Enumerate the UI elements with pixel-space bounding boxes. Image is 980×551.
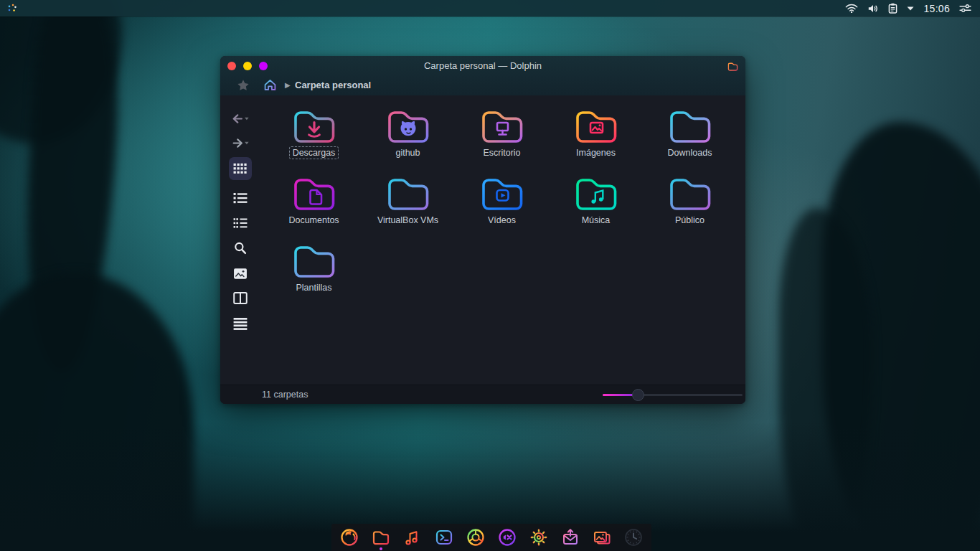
zoom-slider[interactable]: [603, 385, 743, 404]
chromium-browser-icon: [466, 527, 486, 547]
folder-icon: [291, 173, 338, 215]
terminal-icon: [434, 527, 454, 547]
folder-github[interactable]: github: [361, 105, 455, 173]
global-menubar: 15:06: [0, 0, 980, 17]
dock-file-manager[interactable]: [371, 527, 391, 547]
window-titlebar[interactable]: Carpeta personal — Dolphin: [220, 56, 745, 75]
folder-label: Vídeos: [485, 215, 519, 226]
sidebar-compact-view-button[interactable]: [228, 212, 253, 234]
tray-caret-down[interactable]: [907, 3, 914, 14]
folder-label: Descargas: [290, 147, 339, 159]
system-tray: 15:06: [845, 3, 974, 14]
tool-sidebar: [220, 95, 260, 385]
dock-speaker-mute-app[interactable]: [497, 527, 517, 547]
sidebar-split-view-button[interactable]: [228, 287, 253, 309]
tray-clipboard[interactable]: [888, 3, 897, 14]
sidebar-preview-button[interactable]: [228, 263, 253, 284]
dock-clock[interactable]: [623, 527, 644, 547]
folder-virtualbox-vms[interactable]: VirtualBox VMs: [361, 173, 455, 240]
firefox-icon: [339, 527, 359, 547]
settings-gear-icon: [529, 527, 549, 547]
details-view-icon: [233, 192, 248, 204]
clipboard-icon: [888, 3, 897, 14]
folder-icon: [291, 105, 338, 147]
sidebar-details-view-button[interactable]: [228, 187, 253, 209]
dock-image-viewer[interactable]: [592, 527, 612, 547]
tray-icons: [845, 3, 914, 14]
window-controls: [227, 62, 268, 70]
folder-label: Documentos: [286, 215, 341, 226]
folder-icon: [573, 173, 620, 215]
clock-time[interactable]: 15:06: [923, 3, 950, 14]
folder-label: Imágenes: [573, 147, 618, 159]
tray-wifi[interactable]: [845, 3, 858, 14]
item-count: 11 carpetas: [262, 385, 308, 404]
mail-share-icon: [560, 527, 580, 547]
chevron-right-icon: ▶: [285, 75, 291, 95]
folder-musica[interactable]: Música: [549, 173, 643, 240]
preview-image-icon: [233, 268, 248, 280]
tweaks-sliders-icon: [959, 4, 971, 13]
file-manager-icon: [371, 527, 391, 547]
folder-icon: [385, 105, 432, 147]
folder-icon: [666, 105, 714, 147]
wifi-icon: [845, 4, 858, 14]
dock-settings[interactable]: [529, 527, 549, 547]
compact-view-icon: [233, 217, 248, 230]
folder-descargas[interactable]: Descargas: [267, 105, 361, 173]
close-button[interactable]: [227, 62, 236, 70]
folder-label: Escritorio: [480, 147, 523, 159]
breadcrumb-location[interactable]: Carpeta personal: [295, 75, 371, 95]
split-view-icon: [233, 292, 248, 304]
tray-right-icons: [959, 4, 971, 13]
dock-mail-share[interactable]: [560, 527, 580, 547]
speaker-mute-app-icon: [497, 527, 517, 547]
folder-label: Público: [672, 215, 707, 226]
dock-terminal[interactable]: [434, 527, 454, 547]
forward-arrow-icon: [230, 137, 250, 149]
folder-downloads[interactable]: Downloads: [643, 105, 737, 173]
dock-firefox[interactable]: [339, 527, 359, 547]
sidebar-icons-view-button[interactable]: [229, 157, 252, 180]
zoom-slider-handle[interactable]: [632, 389, 644, 401]
folder-documentos[interactable]: Documentos: [267, 173, 361, 240]
music-player-icon: [402, 527, 423, 547]
maximize-button[interactable]: [259, 62, 268, 70]
search-icon: [233, 241, 248, 255]
breadcrumb-bar: ▶ Carpeta personal: [220, 75, 745, 95]
tray-tweaks[interactable]: [959, 4, 971, 13]
sidebar-forward-button[interactable]: [228, 132, 253, 154]
icons-view-icon: [232, 162, 248, 175]
sidebar-menu-button[interactable]: [228, 313, 253, 334]
minimize-button[interactable]: [243, 62, 252, 70]
dock-chromium-browser[interactable]: [466, 527, 486, 547]
tray-volume[interactable]: [867, 3, 879, 14]
clock-app-icon: [623, 527, 644, 547]
sidebar-search-button[interactable]: [228, 237, 253, 259]
dolphin-window: Carpeta personal — Dolphin ▶ Carpeta per…: [220, 56, 745, 404]
dock-music-player[interactable]: [402, 527, 423, 547]
home-icon[interactable]: [263, 78, 277, 95]
hamburger-menu-icon: [233, 318, 248, 330]
folder-publico[interactable]: Público: [643, 173, 737, 240]
folder-imagenes[interactable]: Imágenes: [549, 105, 643, 173]
folder-label: Música: [579, 215, 613, 226]
folder-videos[interactable]: Vídeos: [455, 173, 549, 240]
folder-icon: [666, 173, 714, 215]
caret-down-icon: [907, 6, 914, 11]
sidebar-back-button[interactable]: [228, 108, 253, 129]
app-dock: [331, 524, 651, 551]
folder-grid: Descargas github Escritorio Imágenes Dow…: [260, 95, 745, 385]
folder-escritorio[interactable]: Escritorio: [455, 105, 549, 173]
back-arrow-icon: [230, 113, 250, 125]
folder-icon: [385, 173, 432, 215]
distro-launcher-icon[interactable]: [7, 2, 20, 15]
image-viewer-icon: [592, 527, 612, 547]
folder-plantillas[interactable]: Plantillas: [267, 240, 361, 308]
folder-icon: [573, 105, 620, 147]
folder-label: Plantillas: [293, 282, 334, 293]
favorites-star-icon[interactable]: [237, 79, 250, 95]
volume-icon: [867, 4, 879, 14]
folder-icon: [479, 105, 526, 147]
folder-label: github: [392, 147, 423, 159]
